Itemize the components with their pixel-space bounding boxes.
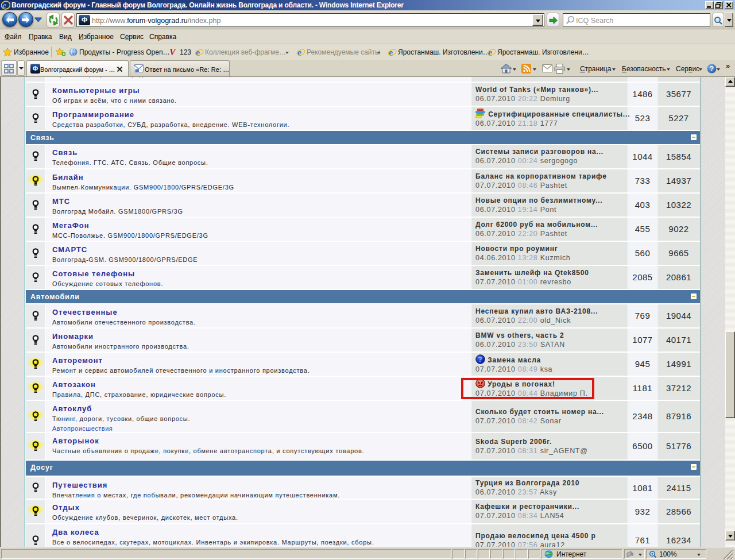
svg-text:?: ? xyxy=(710,65,714,73)
svg-text:?: ? xyxy=(478,356,482,364)
svg-text:e: e xyxy=(2,1,6,10)
